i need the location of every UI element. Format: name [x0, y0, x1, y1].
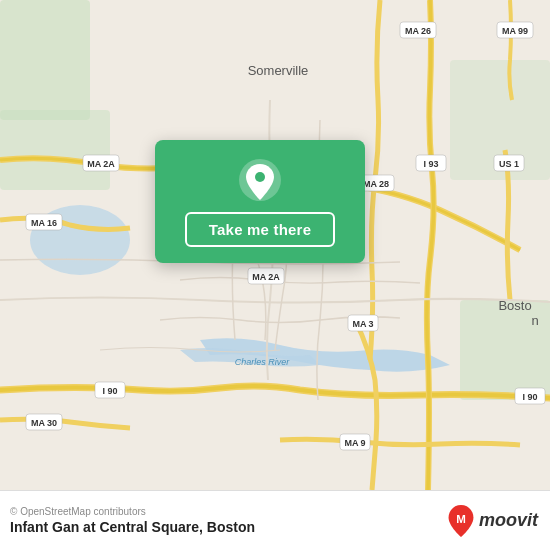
svg-text:MA 2A: MA 2A — [87, 159, 115, 169]
osm-attribution: © OpenStreetMap contributors — [10, 506, 255, 517]
svg-text:Somerville: Somerville — [248, 63, 309, 78]
svg-text:US 1: US 1 — [499, 159, 519, 169]
location-info: © OpenStreetMap contributors Infant Gan … — [10, 506, 255, 535]
svg-text:MA 99: MA 99 — [502, 26, 528, 36]
location-pin-icon — [238, 158, 282, 202]
svg-text:M: M — [456, 512, 466, 524]
map-container: MA 2A MA 2A MA 2A MA 16 MA 28 MA 26 MA 9… — [0, 0, 550, 490]
svg-text:Bosto: Bosto — [498, 298, 531, 313]
svg-text:MA 9: MA 9 — [344, 438, 365, 448]
svg-text:MA 28: MA 28 — [363, 179, 389, 189]
svg-text:MA 2A: MA 2A — [252, 272, 280, 282]
svg-text:I 90: I 90 — [102, 386, 117, 396]
bottom-bar: © OpenStreetMap contributors Infant Gan … — [0, 490, 550, 550]
svg-text:MA 3: MA 3 — [352, 319, 373, 329]
svg-text:I 93: I 93 — [423, 159, 438, 169]
svg-rect-2 — [0, 110, 110, 190]
location-title: Infant Gan at Central Square, Boston — [10, 519, 255, 535]
svg-text:n: n — [531, 313, 538, 328]
svg-point-40 — [255, 172, 265, 182]
svg-text:MA 30: MA 30 — [31, 418, 57, 428]
svg-text:MA 26: MA 26 — [405, 26, 431, 36]
svg-rect-1 — [0, 0, 90, 120]
svg-text:Charles River: Charles River — [235, 357, 291, 367]
moovit-brand-text: moovit — [479, 510, 538, 531]
svg-text:MA 16: MA 16 — [31, 218, 57, 228]
svg-text:I 90: I 90 — [522, 392, 537, 402]
moovit-logo: M moovit — [447, 505, 538, 537]
location-card: Take me there — [155, 140, 365, 263]
take-me-there-button[interactable]: Take me there — [185, 212, 335, 247]
moovit-brand-icon: M — [447, 505, 475, 537]
